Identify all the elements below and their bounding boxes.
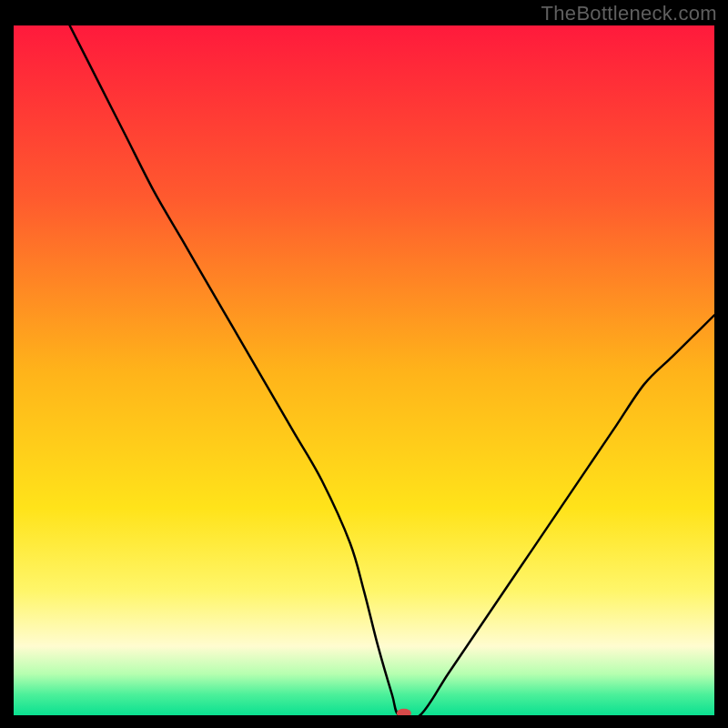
chart-frame: TheBottleneck.com (0, 0, 728, 728)
plot-area (14, 25, 714, 715)
gradient-background (14, 25, 714, 715)
watermark-text: TheBottleneck.com (541, 2, 717, 25)
chart-svg (14, 25, 714, 715)
